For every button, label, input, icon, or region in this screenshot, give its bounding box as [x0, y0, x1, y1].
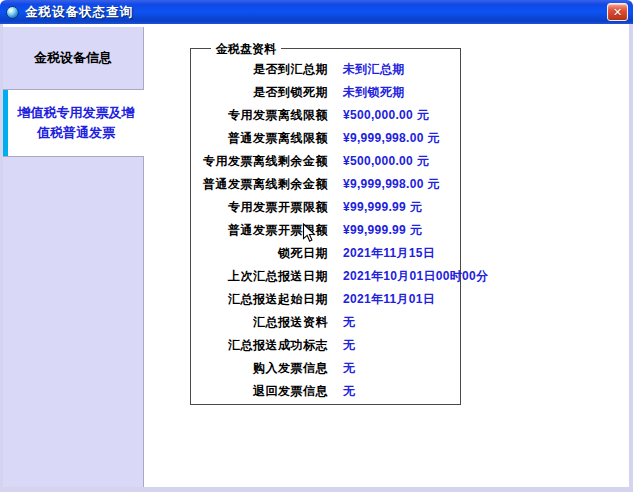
table-row: 购入发票信息 无	[191, 357, 460, 380]
row-label: 汇总报送成功标志	[191, 337, 328, 354]
table-row: 专用发票离线限额 ¥500,000.00 元	[191, 104, 460, 127]
row-label: 购入发票信息	[191, 360, 328, 377]
table-row: 是否到锁死期 未到锁死期	[191, 81, 460, 104]
row-label: 是否到锁死期	[191, 84, 328, 101]
row-value: 无	[343, 360, 355, 377]
row-label: 专用发票开票限额	[191, 199, 328, 216]
sidebar-fill	[3, 156, 144, 487]
row-value: ¥99,999.99 元	[343, 199, 422, 216]
row-label: 普通发票离线限额	[191, 130, 328, 147]
table-row: 汇总报送成功标志 无	[191, 334, 460, 357]
sidebar-item-label: 增值税专用发票及增值税普通发票	[13, 103, 139, 143]
table-row: 退回发票信息 无	[191, 380, 460, 403]
sidebar: 金税设备信息 增值税专用发票及增值税普通发票	[3, 24, 144, 487]
row-label: 上次汇总报送日期	[191, 268, 328, 285]
row-label: 退回发票信息	[191, 383, 328, 400]
row-value: ¥99,999.99 元	[343, 222, 422, 239]
row-label: 普通发票离线剩余金额	[191, 176, 328, 193]
table-row: 普通发票离线剩余金额 ¥9,999,998.00 元	[191, 173, 460, 196]
window-body: 金税设备信息 增值税专用发票及增值税普通发票 金税盘资料 是否到汇总期 未到汇总…	[0, 24, 633, 492]
table-row: 普通发票离线限额 ¥9,999,998.00 元	[191, 127, 460, 150]
row-label: 专用发票离线剩余金额	[191, 153, 328, 170]
table-row: 汇总报送起始日期 2021年11月01日	[191, 288, 460, 311]
app-icon	[6, 6, 19, 19]
row-value: 无	[343, 314, 355, 331]
tax-disk-groupbox: 金税盘资料 是否到汇总期 未到汇总期 是否到锁死期 未到锁死期 专用发票离线限额…	[190, 48, 461, 405]
row-value: ¥9,999,998.00 元	[343, 176, 440, 193]
groupbox-legend: 金税盘资料	[211, 41, 281, 58]
table-row: 专用发票开票限额 ¥99,999.99 元	[191, 196, 460, 219]
row-label: 普通发票开票限额	[191, 222, 328, 239]
row-label: 是否到汇总期	[191, 61, 328, 78]
titlebar: 金税设备状态查询 ✕	[0, 0, 633, 24]
close-button[interactable]: ✕	[607, 3, 628, 21]
row-value: ¥9,999,998.00 元	[343, 130, 440, 147]
table-row: 上次汇总报送日期 2021年10月01日00时00分	[191, 265, 460, 288]
row-value: ¥500,000.00 元	[343, 153, 429, 170]
row-value: 2021年10月01日00时00分	[343, 268, 488, 285]
row-value: 无	[343, 383, 355, 400]
row-label: 专用发票离线限额	[191, 107, 328, 124]
row-value: ¥500,000.00 元	[343, 107, 429, 124]
info-rows: 是否到汇总期 未到汇总期 是否到锁死期 未到锁死期 专用发票离线限额 ¥500,…	[191, 49, 460, 403]
row-value: 2021年11月01日	[343, 291, 435, 308]
row-value: 无	[343, 337, 355, 354]
sidebar-item-label: 金税设备信息	[34, 49, 112, 67]
table-row: 是否到汇总期 未到汇总期	[191, 58, 460, 81]
table-row: 锁死日期 2021年11月15日	[191, 242, 460, 265]
row-label: 汇总报送资料	[191, 314, 328, 331]
close-icon: ✕	[613, 7, 622, 18]
sidebar-item-vat-invoices[interactable]: 增值税专用发票及增值税普通发票	[3, 90, 144, 156]
table-row: 汇总报送资料 无	[191, 311, 460, 334]
main-panel: 金税盘资料 是否到汇总期 未到汇总期 是否到锁死期 未到锁死期 专用发票离线限额…	[144, 24, 629, 487]
row-value: 2021年11月15日	[343, 245, 435, 262]
sidebar-item-device-info[interactable]: 金税设备信息	[3, 27, 144, 90]
table-row: 专用发票离线剩余金额 ¥500,000.00 元	[191, 150, 460, 173]
row-value: 未到汇总期	[343, 61, 405, 78]
row-label: 汇总报送起始日期	[191, 291, 328, 308]
table-row: 普通发票开票限额 ¥99,999.99 元	[191, 219, 460, 242]
window-title: 金税设备状态查询	[25, 4, 133, 21]
row-value: 未到锁死期	[343, 84, 405, 101]
app-window: 金税设备状态查询 ✕ 金税设备信息 增值税专用发票及增值税普通发票 金税盘资料 …	[0, 0, 633, 492]
row-label: 锁死日期	[191, 245, 328, 262]
